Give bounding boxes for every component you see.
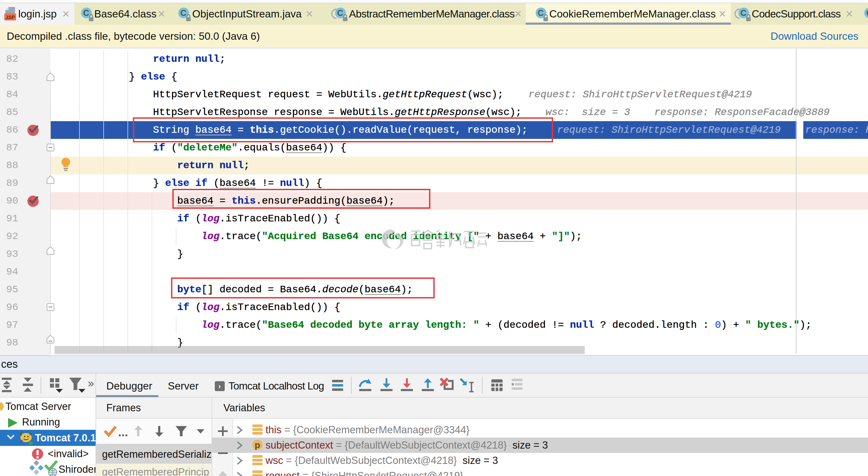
svg-text:›: › <box>218 382 221 390</box>
svg-text:p: p <box>255 440 260 450</box>
svg-text:JSP: JSP <box>5 14 15 20</box>
svg-text:»: » <box>88 377 94 389</box>
svg-text:...: ... <box>118 425 128 439</box>
